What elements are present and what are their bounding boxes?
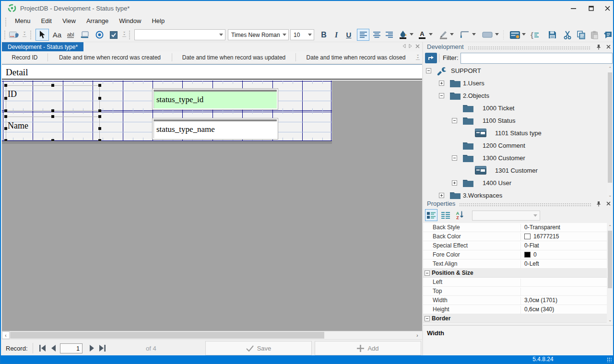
checkbox-tool-button[interactable] xyxy=(107,29,120,41)
cut-icon[interactable] xyxy=(561,29,574,41)
field-button[interactable]: Record ID xyxy=(2,51,47,63)
tree-expander-minus[interactable] xyxy=(426,68,431,73)
tree-item[interactable]: 1200 Comment xyxy=(423,140,607,152)
selection-handle[interactable] xyxy=(98,97,101,100)
alphabetical-view-button[interactable] xyxy=(439,209,452,221)
menu-item-window[interactable]: Window xyxy=(114,16,146,27)
property-row[interactable]: Width3,0см (1701)... xyxy=(423,296,607,305)
property-row[interactable]: Back Style0-Transparent xyxy=(423,223,607,232)
tree-expander-plus[interactable] xyxy=(439,193,444,198)
new-object-icon[interactable] xyxy=(9,29,20,41)
font-color-dropdown-icon[interactable] xyxy=(429,33,433,35)
form-properties-icon[interactable] xyxy=(508,29,521,41)
tree-scrollbar[interactable]: ⌃ ⌄ xyxy=(607,65,614,199)
first-record-button[interactable] xyxy=(38,344,47,352)
selection-handle[interactable] xyxy=(98,109,101,112)
toolbar-grip[interactable] xyxy=(129,30,131,40)
pin-icon[interactable] xyxy=(595,200,602,207)
selection-handle[interactable] xyxy=(98,127,101,130)
property-row[interactable]: Back Color16777215 xyxy=(423,232,607,241)
resize-grip[interactable] xyxy=(607,357,612,362)
pin-icon[interactable] xyxy=(595,44,602,50)
tree-item[interactable]: 3.Workspaces xyxy=(423,189,607,199)
menubar-grip[interactable] xyxy=(5,17,7,27)
property-row[interactable]: Fore Color0 xyxy=(423,250,607,259)
sort-az-button[interactable]: AZ xyxy=(454,209,466,221)
tree-item[interactable]: 1400 User xyxy=(423,177,607,189)
record-number-input[interactable] xyxy=(60,343,83,353)
tree-item[interactable]: 1101 Status type xyxy=(423,127,607,140)
form-designer-canvas[interactable]: IDNamestatus_type_idstatus_type_name xyxy=(2,81,422,331)
designer-textbox-name[interactable]: status_type_name xyxy=(152,118,278,140)
minimize-button[interactable] xyxy=(567,3,579,13)
tab-close-icon[interactable] xyxy=(415,44,420,48)
property-row[interactable]: Special Effect0-Flat xyxy=(423,241,607,250)
add-record-button[interactable]: Add xyxy=(315,341,421,355)
designer-textbox-id[interactable]: status_type_id xyxy=(152,88,278,110)
detail-band-header[interactable]: Detail xyxy=(2,64,422,80)
property-category-row[interactable]: Border xyxy=(423,314,607,323)
form-properties-dropdown-icon[interactable] xyxy=(522,33,526,35)
selection-handle[interactable] xyxy=(98,115,101,118)
designer-label-name[interactable]: Name xyxy=(8,121,28,131)
form-design-surface[interactable]: IDNamestatus_type_idstatus_type_name xyxy=(2,81,332,141)
italic-button[interactable]: I xyxy=(331,29,342,41)
category-expander-minus[interactable] xyxy=(425,316,430,321)
development-panel-header[interactable]: Development xyxy=(423,42,614,51)
properties-panel-header[interactable]: Properties xyxy=(423,199,614,208)
property-row[interactable]: Height0,6см (340) xyxy=(423,305,607,314)
designer-hscrollbar[interactable]: ‹ › xyxy=(2,331,422,339)
line-color-dropdown-icon[interactable] xyxy=(450,33,454,35)
fieldbar-overflow-icon[interactable]: ⌄⌄— xyxy=(415,53,420,63)
menu-item-arrange[interactable]: Arrange xyxy=(81,16,114,27)
close-button[interactable] xyxy=(601,3,614,13)
property-category-row[interactable]: Position & Size xyxy=(423,269,607,278)
title-bar[interactable]: ProjectDB - Development - Status type* xyxy=(1,1,613,15)
select-tool-button[interactable] xyxy=(35,29,49,41)
tree-item[interactable]: 1.Users xyxy=(423,77,607,90)
border-style-button[interactable] xyxy=(459,29,471,41)
selection-handle[interactable] xyxy=(4,127,7,130)
tree-expander-minus[interactable] xyxy=(452,118,457,123)
designer-label-id[interactable]: ID xyxy=(8,89,17,99)
tab-scroll-right-icon[interactable] xyxy=(409,44,413,48)
toolbar-overflow-icon[interactable]: ⌄⌄— xyxy=(22,30,27,40)
selection-handle[interactable] xyxy=(51,109,54,112)
close-panel-icon[interactable] xyxy=(604,200,612,207)
selection-handle[interactable] xyxy=(4,84,7,87)
scroll-up-icon[interactable]: ⌃ xyxy=(608,225,612,229)
border-style-dropdown-icon[interactable] xyxy=(472,33,476,35)
property-selector-combo[interactable] xyxy=(472,211,540,221)
menu-item-menu[interactable]: Menu xyxy=(10,16,36,27)
line-color-button[interactable] xyxy=(437,29,449,41)
label-tool-button[interactable]: Aa xyxy=(51,29,63,41)
scroll-up-icon[interactable]: ⌃ xyxy=(608,67,612,70)
tab-scroll-left-icon[interactable] xyxy=(402,44,406,48)
previous-record-button[interactable] xyxy=(49,344,58,352)
field-button[interactable]: Date and time when record was created xyxy=(48,51,172,63)
tree-item[interactable]: 1000 Ticket xyxy=(423,102,607,115)
property-row[interactable]: Text Align0-Left xyxy=(423,259,607,269)
tree-item[interactable]: 1301 Customer xyxy=(423,164,607,177)
next-record-button[interactable] xyxy=(87,344,96,352)
field-button[interactable]: Date and time when record was updated xyxy=(172,51,295,63)
tree-item[interactable]: 2.Objects xyxy=(423,90,607,102)
tree-item[interactable]: 1100 Status xyxy=(423,115,607,127)
fill-color-button[interactable] xyxy=(397,29,409,41)
tree-item[interactable]: SUPPORT xyxy=(423,65,607,77)
maximize-button[interactable] xyxy=(585,3,597,13)
tab-development-status-type[interactable]: Development - Status type* xyxy=(2,42,83,51)
tree-scroll-thumb[interactable] xyxy=(608,72,612,183)
tree-item[interactable]: 1300 Customer xyxy=(423,152,607,164)
selection-handle[interactable] xyxy=(51,115,54,118)
scroll-down-icon[interactable]: ⌄ xyxy=(608,193,612,197)
scroll-down-icon[interactable]: ⌄ xyxy=(608,318,612,322)
menu-item-help[interactable]: Help xyxy=(146,16,170,27)
font-name-combo[interactable]: Times New Roman xyxy=(228,29,289,40)
align-left-button[interactable] xyxy=(357,29,369,41)
underline-button[interactable]: U xyxy=(343,29,354,41)
code-braces-icon[interactable]: { xyxy=(529,29,541,41)
selection-handle[interactable] xyxy=(98,84,101,87)
tree-expander-plus[interactable] xyxy=(439,81,444,86)
menu-item-view[interactable]: View xyxy=(57,16,81,27)
